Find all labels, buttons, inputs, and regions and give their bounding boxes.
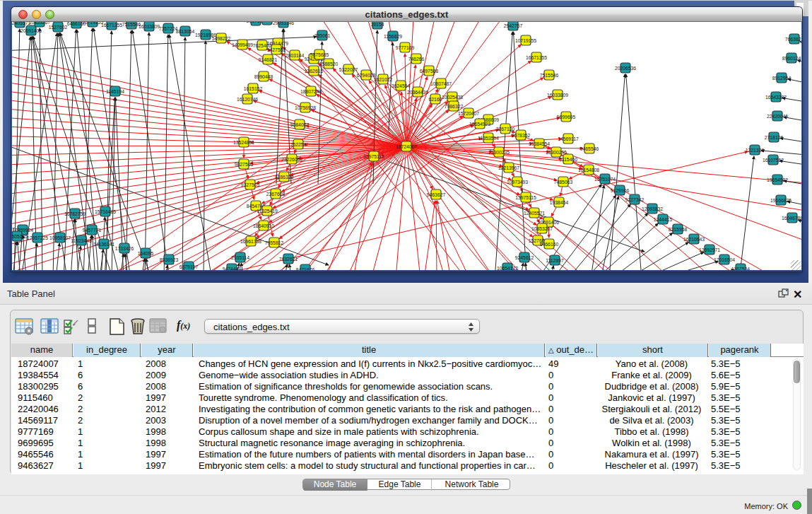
svg-text:10853267: 10853267 [29,22,50,25]
svg-text:1362615: 1362615 [305,69,324,74]
svg-text:11353594: 11353594 [478,136,499,141]
svg-text:10654122: 10654122 [497,266,518,271]
svg-text:9699695: 9699695 [557,115,576,119]
svg-text:10719155: 10719155 [82,22,103,25]
svg-text:164095: 164095 [138,251,154,256]
svg-text:9457771: 9457771 [83,228,102,233]
svg-text:8912954: 8912954 [772,76,792,81]
svg-text:20691406: 20691406 [20,28,42,33]
svg-text:14099489: 14099489 [232,42,253,47]
svg-text:7357224: 7357224 [159,26,178,31]
svg-text:1244415: 1244415 [654,217,673,222]
svg-text:9474444: 9474444 [223,267,242,271]
svg-text:20364436: 20364436 [407,90,428,95]
svg-text:2935114: 2935114 [231,255,249,260]
svg-text:1145194: 1145194 [106,89,124,94]
svg-text:16033809: 16033809 [547,93,568,98]
svg-text:252254: 252254 [290,142,307,147]
svg-text:20206536: 20206536 [615,66,636,71]
svg-text:11923448: 11923448 [71,238,92,243]
svg-text:10973493: 10973493 [507,180,528,185]
svg-text:16961758: 16961758 [240,239,261,244]
svg-text:9465546: 9465546 [580,146,599,151]
svg-text:1938454: 1938454 [550,200,569,205]
svg-text:7955812: 7955812 [265,240,284,245]
svg-text:8813054: 8813054 [176,29,195,34]
svg-text:16033809: 16033809 [139,24,160,29]
svg-text:7632621: 7632621 [279,257,298,262]
svg-text:3624554: 3624554 [392,83,411,88]
svg-text:8678352: 8678352 [512,133,531,138]
svg-text:13692971: 13692971 [699,247,720,252]
svg-text:1621022: 1621022 [374,77,393,82]
svg-text:16671355: 16671355 [101,23,122,28]
svg-text:9777169: 9777169 [396,45,415,50]
svg-text:10807487: 10807487 [430,81,452,86]
svg-text:13524851: 13524851 [233,140,254,145]
svg-text:5875685: 5875685 [310,52,329,57]
svg-text:16107552: 16107552 [763,158,784,163]
svg-text:11325419: 11325419 [257,209,278,214]
svg-text:19384554: 19384554 [529,141,550,146]
svg-text:2803144: 2803144 [286,53,305,58]
svg-text:1615152: 1615152 [244,86,263,91]
svg-text:2718126: 2718126 [765,135,784,140]
svg-text:16154808: 16154808 [578,168,599,173]
svg-text:6794028: 6794028 [357,73,376,78]
svg-text:9827505: 9827505 [235,162,254,167]
svg-text:6497568: 6497568 [420,69,439,74]
svg-text:19166825: 19166825 [770,198,792,203]
svg-text:15716485: 15716485 [95,209,116,214]
svg-text:7515546: 7515546 [540,73,559,78]
svg-text:22420046: 22420046 [767,114,788,119]
svg-text:15751074: 15751074 [594,177,616,182]
svg-text:18300295: 18300295 [546,150,567,155]
svg-text:19654982: 19654982 [767,177,788,182]
svg-text:1167534: 1167534 [731,267,750,271]
svg-text:16543382: 16543382 [765,95,787,100]
svg-text:12505135: 12505135 [12,234,28,239]
svg-text:9227342: 9227342 [625,197,645,202]
svg-text:2942757: 2942757 [504,23,523,28]
svg-text:19654923: 19654923 [469,122,490,127]
svg-text:9463627: 9463627 [427,192,446,197]
svg-text:7663822: 7663822 [785,37,801,42]
svg-text:8938923: 8938923 [160,257,179,262]
svg-text:16046788: 16046788 [782,216,801,221]
svg-text:8215958: 8215958 [669,227,688,232]
svg-text:12405571: 12405571 [524,211,545,216]
svg-text:18807249: 18807249 [300,89,322,94]
svg-text:335061: 335061 [314,33,331,38]
svg-text:39154: 39154 [371,22,384,27]
svg-text:7485063: 7485063 [554,180,573,185]
svg-text:13975115: 13975115 [515,195,536,200]
svg-text:16210643: 16210643 [683,237,705,242]
svg-text:12213967: 12213967 [498,165,519,170]
svg-text:12093832: 12093832 [642,206,663,211]
svg-text:9427552: 9427552 [267,47,286,52]
svg-text:15720407: 15720407 [458,111,479,116]
svg-text:2367608: 2367608 [266,192,286,197]
svg-text:6466160: 6466160 [540,242,559,247]
svg-text:18724007: 18724007 [396,144,417,149]
svg-text:12405571: 12405571 [12,22,30,25]
svg-text:62160: 62160 [429,97,442,102]
svg-text:16671355: 16671355 [526,55,547,60]
svg-text:18640910: 18640910 [253,223,274,228]
svg-text:9129966: 9129966 [611,188,630,193]
svg-text:9327505: 9327505 [241,182,260,187]
svg-text:1527602: 1527602 [49,25,68,30]
svg-text:10853267: 10853267 [531,226,553,231]
svg-text:8186328: 8186328 [275,175,294,180]
svg-text:29053346: 29053346 [273,22,294,25]
svg-text:14136141: 14136141 [93,242,114,247]
svg-text:6879197: 6879197 [180,264,199,269]
svg-text:10958107: 10958107 [49,235,71,240]
svg-text:746266: 746266 [408,57,425,62]
svg-text:23300235: 23300235 [488,150,510,155]
svg-text:23226058: 23226058 [281,157,302,162]
svg-text:7986322: 7986322 [445,104,464,109]
svg-text:10719155: 10719155 [515,38,536,43]
svg-text:17957225: 17957225 [27,235,48,240]
svg-text:17016504: 17016504 [714,257,735,262]
